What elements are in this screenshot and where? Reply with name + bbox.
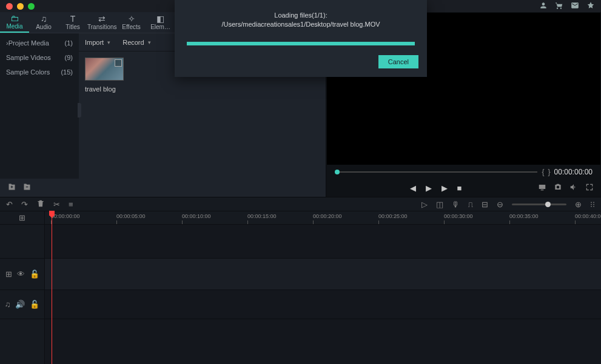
media-clip[interactable]: travel blog: [85, 58, 124, 93]
clip-thumbnail: [85, 58, 124, 81]
minimize-window-button[interactable]: [17, 3, 24, 10]
timeline-ruler[interactable]: 00:00:00:0000:00:05:0000:00:10:0000:00:1…: [45, 211, 601, 224]
zoom-in-button[interactable]: ⊕: [575, 200, 582, 209]
tab-label: Elem…: [150, 24, 170, 30]
sidebar-item-project-media[interactable]: ›Project Media (1): [0, 36, 79, 50]
loading-dialog: Loading files(1/1): /Users/mediacreation…: [175, 0, 427, 77]
loading-title: Loading files(1/1):: [183, 11, 418, 20]
delete-button[interactable]: [36, 199, 45, 210]
ruler-tick: 00:00:00:00: [51, 213, 80, 219]
new-folder-icon[interactable]: [7, 182, 16, 193]
cancel-button[interactable]: Cancel: [378, 55, 418, 68]
maximize-window-button[interactable]: [28, 3, 35, 10]
sidebar-item-sample-videos[interactable]: Sample Videos (9): [0, 50, 79, 65]
record-button[interactable]: Record▾: [123, 39, 150, 46]
marker-icon[interactable]: ◫: [436, 200, 443, 209]
close-window-button[interactable]: [6, 3, 13, 10]
audio-track-body[interactable]: [45, 290, 601, 319]
edit-button[interactable]: ≡: [69, 200, 73, 209]
tab-label: Titles: [65, 24, 80, 30]
ruler-tick: 00:00:35:00: [509, 213, 539, 219]
snapshot-icon[interactable]: [554, 183, 562, 193]
mute-icon[interactable]: 🔊: [15, 300, 25, 309]
lock-icon[interactable]: 🔓: [30, 300, 39, 309]
sidebar-collapse-handle[interactable]: [78, 103, 81, 117]
visibility-icon[interactable]: 👁: [17, 270, 25, 279]
redo-button[interactable]: ↷: [21, 200, 28, 209]
music-icon: ♫: [41, 15, 47, 23]
sidebar-item-count: (1): [65, 39, 73, 47]
chevron-down-icon: ▾: [107, 39, 110, 45]
display-toggle-icon[interactable]: [538, 183, 546, 193]
account-icon[interactable]: [539, 1, 548, 12]
mail-icon[interactable]: [571, 1, 579, 12]
sidebar-item-count: (9): [65, 54, 73, 61]
tab-elements[interactable]: ◧Elem…: [146, 12, 175, 33]
play-button[interactable]: ▶: [426, 184, 432, 193]
tab-media[interactable]: 🗀Media: [0, 12, 29, 33]
delete-folder-icon[interactable]: [22, 182, 32, 193]
sidebar-item-label: Sample Colors: [6, 68, 50, 76]
volume-icon[interactable]: [569, 183, 578, 193]
stop-button[interactable]: ■: [457, 184, 462, 193]
chevron-down-icon: ▾: [148, 39, 151, 45]
progress-bar: [187, 42, 415, 45]
video-track-body[interactable]: [45, 225, 601, 258]
mixer-icon[interactable]: ⎍: [468, 200, 473, 209]
effects-icon: ✧: [128, 15, 135, 23]
folder-icon: 🗀: [10, 14, 19, 22]
timeline-playhead[interactable]: [52, 211, 52, 364]
tab-audio[interactable]: ♫Audio: [29, 12, 58, 33]
video-track-head[interactable]: [0, 225, 45, 258]
fullscreen-icon[interactable]: [585, 183, 594, 193]
media-sidebar: ›Project Media (1) Sample Videos (9) Sam…: [0, 33, 79, 179]
mic-icon[interactable]: 🎙: [452, 200, 460, 209]
zoom-out-button[interactable]: ⊖: [497, 200, 503, 209]
sidebar-item-count: (15): [61, 68, 73, 76]
tab-label: Audio: [36, 24, 52, 30]
tab-transitions[interactable]: ⇄Transitions: [87, 12, 117, 33]
next-frame-button[interactable]: ▶: [442, 184, 448, 193]
preview-timecode: 00:00:00:00: [554, 168, 593, 176]
render-icon[interactable]: ▷: [421, 200, 428, 209]
zoom-slider[interactable]: [512, 204, 566, 205]
loading-path: /Users/mediacreationsales1/Desktop/trave…: [183, 20, 418, 29]
ruler-tick: 00:00:15:00: [247, 213, 277, 219]
mark-in-icon[interactable]: {: [542, 168, 545, 176]
button-label: Record: [123, 39, 144, 46]
undo-button[interactable]: ↶: [6, 200, 13, 209]
ruler-tick: 00:00:40:00: [575, 213, 601, 219]
sidebar-item-label: Sample Videos: [6, 54, 51, 61]
settings-icon[interactable]: ⁝⁝: [590, 200, 595, 209]
audio-track-head[interactable]: ♫ 🔊 🔓: [0, 290, 45, 319]
help-icon[interactable]: [586, 1, 595, 12]
preview-scrub-handle[interactable]: [335, 170, 340, 174]
transition-icon: ⇄: [98, 15, 106, 23]
tab-effects[interactable]: ✧Effects: [117, 12, 146, 33]
prev-frame-button[interactable]: ◀: [410, 184, 416, 193]
tab-label: Transitions: [87, 24, 117, 30]
zoom-thumb[interactable]: [545, 202, 551, 207]
button-label: Import: [85, 39, 104, 46]
preview-scrub-track[interactable]: [335, 171, 537, 173]
import-button[interactable]: Import▾: [85, 39, 110, 46]
tab-titles[interactable]: TTitles: [58, 12, 87, 33]
lock-icon[interactable]: 🔓: [30, 270, 39, 279]
sidebar-item-sample-colors[interactable]: Sample Colors (15): [0, 65, 79, 79]
clip-label: travel blog: [85, 85, 124, 93]
elements-icon: ◧: [156, 15, 164, 23]
caption-icon[interactable]: ⊟: [482, 200, 488, 209]
ruler-tick: 00:00:10:00: [182, 213, 211, 219]
track-type-icon: ⊞: [5, 270, 12, 279]
ruler-tick: 00:00:05:00: [116, 213, 146, 219]
cart-icon[interactable]: [555, 1, 563, 12]
ruler-tick: 00:00:20:00: [313, 213, 342, 219]
add-track-button[interactable]: ⊞: [0, 211, 45, 224]
sidebar-item-label: Project Media: [8, 39, 49, 47]
video-track-2-head[interactable]: ⊞ 👁 🔓: [0, 259, 45, 290]
split-button[interactable]: ✂: [53, 200, 60, 209]
music-icon: ♫: [5, 300, 11, 309]
tab-label: Media: [6, 23, 22, 30]
mark-out-icon[interactable]: }: [548, 168, 551, 176]
video-track-2-body[interactable]: [45, 259, 601, 290]
